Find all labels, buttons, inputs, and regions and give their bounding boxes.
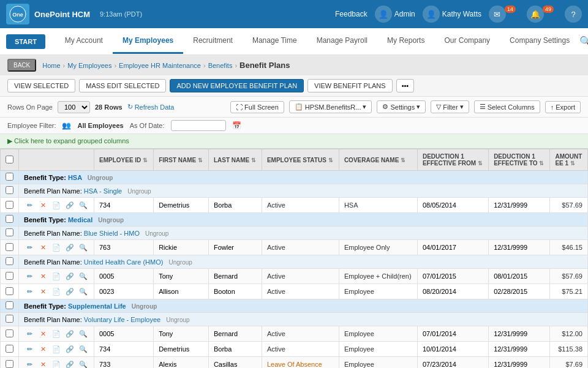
last-name-header[interactable]: LAST NAME ⇅ [208,149,262,171]
select-columns-button[interactable]: ☰ Select Columns [474,100,540,113]
row-checkbox[interactable] [6,287,13,295]
feedback-link[interactable]: Feedback [335,10,368,18]
search-button[interactable]: 🔍 [78,200,89,211]
filter-button[interactable]: ▽ Filter ▾ [431,100,469,113]
search-button[interactable]: 🔍 [78,359,89,368]
row-checkbox[interactable] [6,345,13,353]
bell-link[interactable]: 🔔 49 [527,6,557,23]
tab-company-settings[interactable]: Company Settings [500,29,579,54]
tab-our-company[interactable]: Our Company [434,29,500,54]
edit-button[interactable]: ✏ [24,359,35,368]
view-button[interactable]: 📄 [51,359,62,368]
expand-columns-row[interactable]: ▶ Click here to expand grouped columns [0,134,588,149]
help-link[interactable]: ? [565,6,582,23]
delete-button[interactable]: ✕ [37,200,48,211]
plan-checkbox[interactable] [6,228,13,236]
settings-button[interactable]: ⚙ Settings ▾ [377,100,426,113]
search-button[interactable]: 🔍 [78,242,89,253]
view-button[interactable]: 📄 [51,328,62,339]
select-all-header[interactable] [1,149,19,171]
row-checkbox[interactable] [6,360,13,368]
ungroup-plan-link[interactable]: Ungroup [145,230,168,237]
link-button[interactable]: 🔗 [64,344,75,355]
admin-link[interactable]: 👤 Admin [375,6,415,23]
row-checkbox[interactable] [6,201,13,209]
export-button[interactable]: ↑ Export [545,101,581,113]
row-checkbox[interactable] [6,329,13,337]
plan-checkbox[interactable] [6,186,13,194]
delete-button[interactable]: ✕ [37,242,48,253]
refresh-button[interactable]: ↻ Refresh Data [127,103,175,111]
ungroup-plan-link[interactable]: Ungroup [166,317,189,323]
view-button[interactable]: 📄 [51,286,62,297]
first-name-header[interactable]: FIRST NAME ⇅ [154,149,209,171]
view-button[interactable]: 📄 [51,344,62,355]
breadcrumb-benefits[interactable]: Benefits [208,62,233,69]
search-icon[interactable]: 🔍 [579,36,588,47]
search-button[interactable]: 🔍 [78,271,89,282]
mass-edit-button[interactable]: MASS EDIT SELECTED [79,79,166,92]
edit-button[interactable]: ✏ [24,344,35,355]
as-of-date-input[interactable] [171,120,226,131]
rows-per-page-select[interactable]: 100 50 25 [58,101,90,113]
user-link[interactable]: 👤 Kathy Watts [423,6,481,23]
full-screen-button[interactable]: ⛶ Full Screen [230,101,284,113]
group-checkbox[interactable] [6,173,13,181]
breadcrumb-my-employees[interactable]: My Employees [67,62,111,69]
employee-id-header[interactable]: EMPLOYEE ID ⇅ [94,149,154,171]
breadcrumb-home[interactable]: Home [42,62,60,69]
search-button[interactable]: 🔍 [78,344,89,355]
delete-button[interactable]: ✕ [37,271,48,282]
edit-button[interactable]: ✏ [24,242,35,253]
link-button[interactable]: 🔗 [64,271,75,282]
employee-status-header[interactable]: EMPLOYEE STATUS ⇅ [262,149,339,171]
tab-manage-payroll[interactable]: Manage Payroll [307,29,377,54]
view-button[interactable]: 📄 [51,271,62,282]
edit-button[interactable]: ✏ [24,328,35,339]
ungroup-type-link[interactable]: Ungroup [88,175,113,181]
row-checkbox[interactable] [6,272,13,280]
delete-button[interactable]: ✕ [37,328,48,339]
group-checkbox[interactable] [6,215,13,223]
plan-checkbox[interactable] [6,315,13,323]
delete-button[interactable]: ✕ [37,344,48,355]
link-button[interactable]: 🔗 [64,328,75,339]
link-button[interactable]: 🔗 [64,359,75,368]
tab-my-reports[interactable]: My Reports [377,29,434,54]
search-button[interactable]: 🔍 [78,286,89,297]
amount-ee1-header[interactable]: AMOUNTEE 1 ⇅ [550,149,588,171]
back-button[interactable]: BACK [7,59,36,72]
settings-filter-button[interactable]: 📋 HPSM.BenefitsR... ▾ [289,100,372,113]
ungroup-type-link[interactable]: Ungroup [98,217,124,223]
more-actions-button[interactable]: ••• [396,79,415,92]
plan-checkbox[interactable] [6,257,13,265]
delete-button[interactable]: ✕ [37,359,48,368]
deduction1-from-header[interactable]: DEDUCTION 1EFFECTIVE FROM ⇅ [417,149,488,171]
view-benefit-plans-button[interactable]: VIEW BENEFIT PLANS [307,79,393,92]
deduction1-to-header[interactable]: DEDUCTION 1EFFECTIVE TO ⇅ [489,149,550,171]
select-all-checkbox[interactable] [6,156,13,163]
edit-button[interactable]: ✏ [24,286,35,297]
link-button[interactable]: 🔗 [64,242,75,253]
coverage-name-header[interactable]: COVERAGE NAME ⇅ [339,149,417,171]
tab-my-employees[interactable]: My Employees [113,29,183,54]
link-button[interactable]: 🔗 [64,200,75,211]
start-button[interactable]: START [6,34,45,49]
group-checkbox[interactable] [6,301,13,309]
view-button[interactable]: 📄 [51,242,62,253]
tab-manage-time[interactable]: Manage Time [243,29,307,54]
tab-my-account[interactable]: My Account [55,29,113,54]
edit-button[interactable]: ✏ [24,200,35,211]
view-selected-button[interactable]: VIEW SELECTED [7,79,75,92]
ungroup-plan-link[interactable]: Ungroup [127,188,151,195]
tab-recruitment[interactable]: Recruitment [183,29,243,54]
view-button[interactable]: 📄 [51,200,62,211]
breadcrumb-hr-maintenance[interactable]: Employee HR Maintenance [119,62,201,69]
add-new-benefit-plan-button[interactable]: ADD NEW EMPLOYEE BENEFIT PLAN [170,79,304,92]
delete-button[interactable]: ✕ [37,286,48,297]
ungroup-plan-link[interactable]: Ungroup [169,259,192,266]
mail-link[interactable]: ✉ 14 [489,6,519,23]
edit-button[interactable]: ✏ [24,271,35,282]
calendar-icon[interactable]: 📅 [232,121,241,130]
ungroup-type-link[interactable]: Ungroup [132,303,157,310]
